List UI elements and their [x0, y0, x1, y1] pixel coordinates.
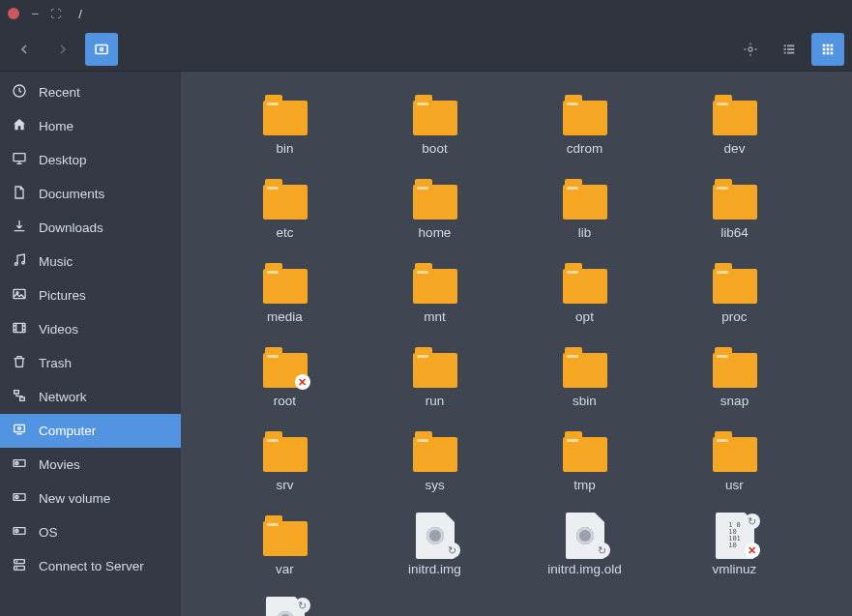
folder-icon	[563, 185, 607, 220]
sidebar-item-connect-to-server[interactable]: Connect to Server	[0, 549, 181, 583]
svg-rect-38	[15, 560, 25, 564]
file-item[interactable]: srv	[210, 427, 360, 496]
desktop-icon	[12, 151, 27, 169]
file-item[interactable]: boot	[360, 91, 510, 160]
file-item[interactable]: 1 0 10 101 10↻vmlinuz	[660, 512, 809, 580]
path-root-button[interactable]	[85, 33, 118, 66]
folder-icon	[563, 437, 607, 472]
file-item[interactable]: ↻initrd.img.old	[510, 512, 660, 580]
folder-icon	[413, 269, 457, 304]
svg-point-37	[16, 531, 17, 532]
file-item[interactable]: ↻initrd.img	[360, 512, 510, 580]
file-label: media	[267, 309, 303, 324]
file-label: proc	[721, 309, 747, 324]
minimize-icon[interactable]: −	[31, 7, 39, 20]
folder-icon	[713, 437, 757, 472]
svg-rect-3	[784, 44, 786, 46]
clock-icon	[12, 83, 27, 102]
svg-point-31	[16, 463, 17, 464]
file-item[interactable]: sbin	[510, 343, 660, 412]
file-label: run	[426, 394, 445, 408]
sidebar-item-os[interactable]: OS	[0, 515, 181, 549]
trash-icon	[12, 354, 27, 372]
svg-rect-6	[787, 48, 794, 50]
folder-icon	[263, 437, 308, 472]
file-item[interactable]: media	[210, 259, 360, 328]
svg-point-34	[16, 497, 17, 498]
sidebar-item-downloads[interactable]: Downloads	[0, 211, 181, 245]
file-item[interactable]: proc	[660, 259, 809, 328]
sidebar-item-pictures[interactable]: Pictures	[0, 279, 181, 312]
file-item[interactable]: etc	[210, 175, 360, 244]
file-label: dev	[724, 141, 746, 156]
file-grid: binbootcdromdevetchomeliblib64mediamntop…	[181, 72, 852, 616]
file-label: mnt	[424, 309, 446, 324]
maximize-icon[interactable]: ⛶	[50, 9, 61, 19]
sidebar-item-documents[interactable]: Documents	[0, 177, 181, 211]
file-item[interactable]: dev	[660, 91, 809, 160]
file-item[interactable]: tmp	[510, 427, 660, 496]
sidebar-item-label: Videos	[39, 322, 78, 337]
back-button[interactable]	[8, 33, 41, 66]
file-label: opt	[575, 309, 594, 324]
svg-rect-10	[827, 44, 830, 46]
sidebar-item-recent[interactable]: Recent	[0, 75, 181, 109]
file-item[interactable]: run	[360, 343, 510, 412]
file-item[interactable]: mnt	[360, 259, 510, 328]
file-label: lib	[578, 225, 592, 240]
folder-icon	[563, 353, 607, 388]
file-label: lib64	[720, 225, 749, 240]
sidebar-item-label: Home	[39, 119, 73, 133]
sidebar-item-new-volume[interactable]: New volume	[0, 482, 181, 515]
symlink-badge-icon: ↻	[295, 598, 310, 613]
file-item[interactable]: snap	[660, 343, 809, 412]
sidebar-item-videos[interactable]: Videos	[0, 312, 181, 346]
svg-rect-26	[20, 397, 25, 400]
computer-icon	[12, 422, 27, 440]
svg-rect-5	[784, 48, 786, 50]
folder-icon	[263, 269, 308, 304]
sidebar-item-network[interactable]: Network	[0, 380, 181, 414]
locate-button[interactable]	[734, 33, 767, 66]
svg-rect-16	[827, 51, 830, 54]
svg-rect-8	[787, 51, 794, 53]
svg-rect-39	[15, 566, 25, 570]
svg-point-28	[18, 427, 21, 430]
grid-view-button[interactable]	[811, 33, 844, 66]
sidebar-item-trash[interactable]: Trash	[0, 346, 181, 380]
file-item[interactable]: lib	[510, 175, 660, 244]
server-icon	[12, 557, 27, 575]
file-item[interactable]: bin	[210, 91, 360, 160]
sidebar-item-movies[interactable]: Movies	[0, 448, 181, 482]
no-access-badge-icon	[295, 374, 310, 390]
forward-button[interactable]	[46, 33, 79, 66]
sidebar-item-computer[interactable]: Computer	[0, 414, 181, 448]
svg-rect-4	[787, 44, 794, 46]
video-icon	[12, 320, 27, 338]
folder-icon	[713, 101, 757, 135]
file-item[interactable]: cdrom	[510, 91, 660, 160]
file-item[interactable]: sys	[360, 427, 510, 496]
file-item[interactable]: home	[360, 175, 510, 244]
music-icon	[12, 252, 27, 271]
file-item[interactable]: var	[210, 512, 360, 580]
svg-rect-12	[823, 47, 826, 50]
svg-rect-17	[831, 51, 834, 54]
home-icon	[12, 117, 27, 135]
file-item[interactable]: ↻vmlinuz.old	[210, 596, 360, 616]
list-view-button[interactable]	[773, 33, 806, 66]
close-icon[interactable]	[8, 8, 19, 19]
sidebar-item-music[interactable]: Music	[0, 245, 181, 279]
sidebar-item-label: Downloads	[39, 220, 103, 235]
sidebar-item-desktop[interactable]: Desktop	[0, 143, 181, 177]
sidebar-item-home[interactable]: Home	[0, 109, 181, 143]
file-item[interactable]: opt	[510, 259, 660, 328]
drive-icon	[12, 455, 27, 474]
file-item[interactable]: usr	[660, 427, 809, 496]
file-item[interactable]: lib64	[660, 175, 809, 244]
drive-icon	[12, 489, 27, 508]
file-label: sys	[425, 478, 444, 492]
symlink-badge-icon: ↻	[745, 513, 760, 529]
symlink-badge-icon: ↻	[445, 543, 460, 558]
file-item[interactable]: root	[210, 343, 360, 412]
